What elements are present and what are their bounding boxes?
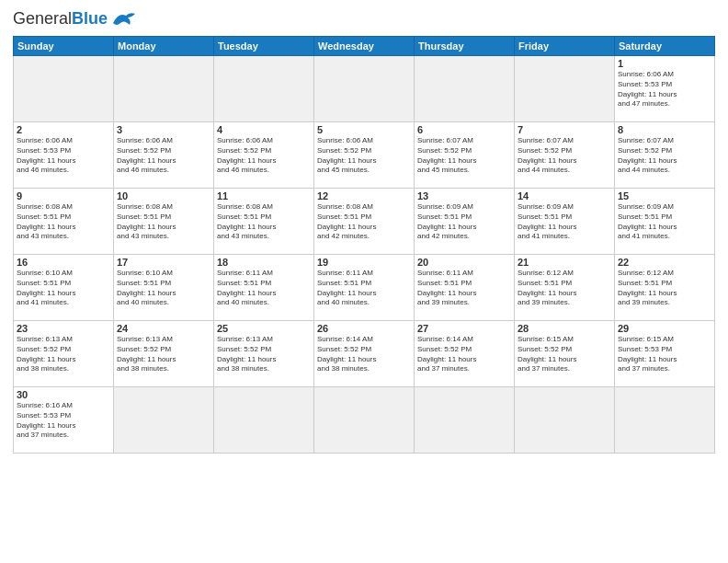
day-number: 29	[618, 323, 711, 334]
day-number: 16	[17, 257, 110, 268]
day-number: 21	[518, 257, 611, 268]
day-info: Sunrise: 6:14 AM Sunset: 5:52 PM Dayligh…	[317, 335, 411, 374]
day-number: 6	[417, 124, 511, 135]
day-info: Sunrise: 6:08 AM Sunset: 5:51 PM Dayligh…	[17, 202, 110, 242]
calendar-cell: 8Sunrise: 6:07 AM Sunset: 5:52 PM Daylig…	[615, 122, 715, 189]
day-info: Sunrise: 6:13 AM Sunset: 5:52 PM Dayligh…	[17, 335, 110, 374]
day-number: 20	[417, 257, 511, 268]
calendar-cell: 30Sunrise: 6:16 AM Sunset: 5:53 PM Dayli…	[14, 387, 114, 454]
calendar-cell: 18Sunrise: 6:11 AM Sunset: 5:51 PM Dayli…	[214, 255, 314, 321]
day-info: Sunrise: 6:12 AM Sunset: 5:51 PM Dayligh…	[618, 269, 711, 308]
day-info: Sunrise: 6:15 AM Sunset: 5:52 PM Dayligh…	[518, 335, 611, 374]
page: GeneralBlue SundayMondayTuesdayWednesday…	[0, 0, 728, 563]
calendar-cell: 16Sunrise: 6:10 AM Sunset: 5:51 PM Dayli…	[14, 255, 114, 321]
day-info: Sunrise: 6:11 AM Sunset: 5:51 PM Dayligh…	[417, 269, 511, 308]
day-number: 2	[17, 124, 110, 135]
day-info: Sunrise: 6:11 AM Sunset: 5:51 PM Dayligh…	[217, 269, 311, 308]
week-row-5: 23Sunrise: 6:13 AM Sunset: 5:52 PM Dayli…	[14, 321, 715, 387]
logo-text: GeneralBlue	[13, 9, 108, 29]
day-number: 23	[17, 323, 110, 334]
calendar-cell: 5Sunrise: 6:06 AM Sunset: 5:52 PM Daylig…	[314, 122, 415, 189]
day-number: 15	[618, 190, 711, 201]
day-info: Sunrise: 6:13 AM Sunset: 5:52 PM Dayligh…	[117, 335, 210, 374]
calendar-cell	[515, 387, 615, 454]
calendar-cell	[615, 387, 715, 454]
calendar-cell: 21Sunrise: 6:12 AM Sunset: 5:51 PM Dayli…	[515, 255, 615, 321]
day-number: 8	[618, 124, 711, 135]
day-number: 18	[217, 257, 311, 268]
calendar-cell: 6Sunrise: 6:07 AM Sunset: 5:52 PM Daylig…	[415, 122, 515, 189]
day-number: 9	[17, 190, 110, 201]
day-number: 24	[117, 323, 210, 334]
calendar-cell: 24Sunrise: 6:13 AM Sunset: 5:52 PM Dayli…	[114, 321, 214, 387]
day-number: 26	[317, 323, 411, 334]
calendar-cell	[114, 56, 214, 122]
calendar-cell: 15Sunrise: 6:09 AM Sunset: 5:51 PM Dayli…	[615, 189, 715, 255]
day-info: Sunrise: 6:08 AM Sunset: 5:51 PM Dayligh…	[317, 202, 411, 242]
calendar-cell: 23Sunrise: 6:13 AM Sunset: 5:52 PM Dayli…	[14, 321, 114, 387]
calendar-cell: 4Sunrise: 6:06 AM Sunset: 5:52 PM Daylig…	[214, 122, 314, 189]
weekday-header-row: SundayMondayTuesdayWednesdayThursdayFrid…	[14, 37, 715, 56]
day-number: 4	[217, 124, 311, 135]
calendar-cell	[214, 387, 314, 454]
day-number: 3	[117, 124, 210, 135]
calendar-cell: 1Sunrise: 6:06 AM Sunset: 5:53 PM Daylig…	[615, 56, 715, 122]
calendar-cell: 22Sunrise: 6:12 AM Sunset: 5:51 PM Dayli…	[615, 255, 715, 321]
header: GeneralBlue	[13, 9, 715, 29]
day-info: Sunrise: 6:08 AM Sunset: 5:51 PM Dayligh…	[217, 202, 311, 242]
day-number: 1	[618, 58, 711, 69]
calendar-cell	[314, 56, 415, 122]
calendar-cell: 13Sunrise: 6:09 AM Sunset: 5:51 PM Dayli…	[415, 189, 515, 255]
day-number: 17	[117, 257, 210, 268]
day-info: Sunrise: 6:06 AM Sunset: 5:53 PM Dayligh…	[17, 136, 110, 176]
calendar-cell	[14, 56, 114, 122]
calendar-cell	[415, 387, 515, 454]
day-number: 14	[518, 190, 611, 201]
day-number: 25	[217, 323, 311, 334]
calendar-cell: 2Sunrise: 6:06 AM Sunset: 5:53 PM Daylig…	[14, 122, 114, 189]
calendar-cell: 14Sunrise: 6:09 AM Sunset: 5:51 PM Dayli…	[515, 189, 615, 255]
day-info: Sunrise: 6:07 AM Sunset: 5:52 PM Dayligh…	[618, 136, 711, 176]
calendar-cell: 20Sunrise: 6:11 AM Sunset: 5:51 PM Dayli…	[415, 255, 515, 321]
week-row-2: 2Sunrise: 6:06 AM Sunset: 5:53 PM Daylig…	[14, 122, 715, 189]
day-number: 27	[417, 323, 511, 334]
calendar-cell: 12Sunrise: 6:08 AM Sunset: 5:51 PM Dayli…	[314, 189, 415, 255]
calendar-cell	[214, 56, 314, 122]
calendar-cell: 10Sunrise: 6:08 AM Sunset: 5:51 PM Dayli…	[114, 189, 214, 255]
day-info: Sunrise: 6:06 AM Sunset: 5:52 PM Dayligh…	[117, 136, 210, 176]
calendar-cell: 11Sunrise: 6:08 AM Sunset: 5:51 PM Dayli…	[214, 189, 314, 255]
weekday-friday: Friday	[515, 37, 615, 56]
week-row-3: 9Sunrise: 6:08 AM Sunset: 5:51 PM Daylig…	[14, 189, 715, 255]
calendar-cell: 17Sunrise: 6:10 AM Sunset: 5:51 PM Dayli…	[114, 255, 214, 321]
calendar-cell	[415, 56, 515, 122]
calendar-cell: 29Sunrise: 6:15 AM Sunset: 5:53 PM Dayli…	[615, 321, 715, 387]
day-info: Sunrise: 6:14 AM Sunset: 5:52 PM Dayligh…	[417, 335, 511, 374]
calendar-cell	[515, 56, 615, 122]
week-row-4: 16Sunrise: 6:10 AM Sunset: 5:51 PM Dayli…	[14, 255, 715, 321]
day-number: 22	[618, 257, 711, 268]
day-number: 10	[117, 190, 210, 201]
day-info: Sunrise: 6:13 AM Sunset: 5:52 PM Dayligh…	[217, 335, 311, 374]
calendar-cell: 26Sunrise: 6:14 AM Sunset: 5:52 PM Dayli…	[314, 321, 415, 387]
day-info: Sunrise: 6:06 AM Sunset: 5:53 PM Dayligh…	[618, 70, 711, 109]
calendar-cell: 7Sunrise: 6:07 AM Sunset: 5:52 PM Daylig…	[515, 122, 615, 189]
calendar-cell	[114, 387, 214, 454]
weekday-thursday: Thursday	[415, 37, 515, 56]
day-info: Sunrise: 6:10 AM Sunset: 5:51 PM Dayligh…	[17, 269, 110, 308]
day-info: Sunrise: 6:08 AM Sunset: 5:51 PM Dayligh…	[117, 202, 210, 242]
day-info: Sunrise: 6:09 AM Sunset: 5:51 PM Dayligh…	[417, 202, 511, 242]
week-row-6: 30Sunrise: 6:16 AM Sunset: 5:53 PM Dayli…	[14, 387, 715, 454]
weekday-sunday: Sunday	[14, 37, 114, 56]
weekday-tuesday: Tuesday	[214, 37, 314, 56]
logo-bird-icon	[111, 10, 137, 29]
day-info: Sunrise: 6:15 AM Sunset: 5:53 PM Dayligh…	[618, 335, 711, 374]
logo: GeneralBlue	[13, 9, 137, 29]
day-info: Sunrise: 6:07 AM Sunset: 5:52 PM Dayligh…	[518, 136, 611, 176]
day-number: 5	[317, 124, 411, 135]
weekday-wednesday: Wednesday	[314, 37, 415, 56]
day-number: 11	[217, 190, 311, 201]
weekday-saturday: Saturday	[615, 37, 715, 56]
day-number: 19	[317, 257, 411, 268]
day-info: Sunrise: 6:11 AM Sunset: 5:51 PM Dayligh…	[317, 269, 411, 308]
day-info: Sunrise: 6:09 AM Sunset: 5:51 PM Dayligh…	[618, 202, 711, 242]
